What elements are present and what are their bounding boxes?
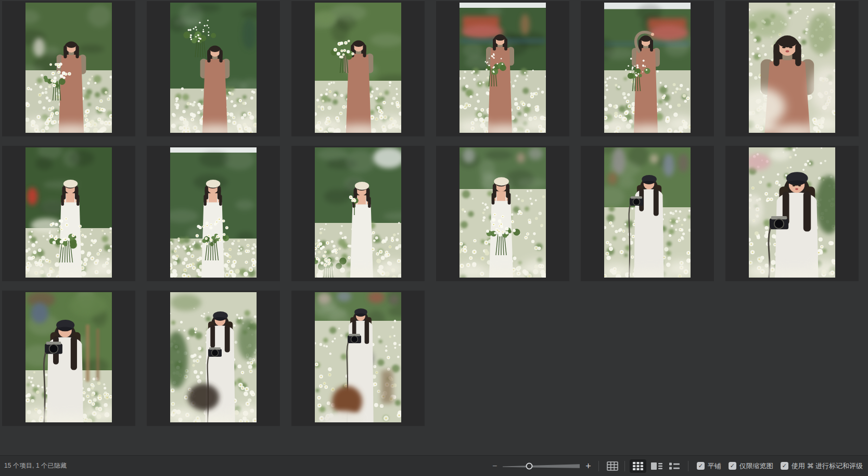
photo-cell[interactable] [436,1,569,136]
checkbox-check-icon[interactable]: ✓ [697,462,705,470]
view-mode-list-button[interactable] [667,460,682,472]
photo-thumbnail[interactable] [459,3,546,133]
checkbox-label: 平铺 [708,461,721,471]
photo-thumbnail[interactable] [315,3,401,133]
photo-image [315,3,401,133]
photo-image [170,3,257,133]
zoom-in-button[interactable]: + [584,461,592,471]
checkbox-tile[interactable]: ✓平铺 [697,461,721,471]
photo-thumbnail[interactable] [170,3,257,133]
photo-thumbnail[interactable] [25,3,112,133]
option-checkboxes: ✓平铺✓仅限缩览图✓使用 ⌘ 进行标记和评级 [697,461,863,471]
view-mode-grid-button[interactable] [605,460,620,472]
thumbnails-view-icon [633,462,643,470]
photo-cell[interactable] [2,291,135,426]
slider-track[interactable] [503,462,580,470]
photo-image [315,147,401,278]
statusbar-controls: − + ✓平铺✓仅限缩览图✓使用 ⌘ 进行标记和评级 [491,459,863,473]
checkbox-cmd-mark-rate[interactable]: ✓使用 ⌘ 进行标记和评级 [781,461,863,471]
photo-cell[interactable] [291,146,425,281]
view-mode-thumbnails-button[interactable] [630,459,646,473]
list-view-icon [669,462,680,470]
photo-cell[interactable] [2,1,135,136]
photo-image [604,147,691,278]
photo-image [459,3,546,133]
photo-image [604,3,691,133]
photo-cell[interactable] [581,146,714,281]
browser-content [0,0,868,455]
photo-thumbnail[interactable] [25,292,112,422]
photo-cell[interactable] [147,146,280,281]
photo-thumbnail[interactable] [749,147,835,278]
checkbox-label: 仅限缩览图 [739,461,773,471]
photo-image [749,3,835,133]
view-mode-content-button[interactable] [649,460,664,472]
photo-thumbnail[interactable] [749,3,835,133]
slider-knob[interactable] [526,462,532,469]
photo-thumbnail[interactable] [170,147,257,278]
photo-thumbnail[interactable] [315,292,401,422]
photo-cell[interactable] [581,1,714,136]
grid-view-icon [607,461,618,471]
checkbox-check-icon[interactable]: ✓ [781,462,788,470]
photo-thumbnail[interactable] [25,147,112,278]
photo-image [749,147,835,278]
photo-cell[interactable] [725,1,859,136]
photo-image [25,3,112,133]
photo-cell[interactable] [725,146,859,281]
photo-thumbnail[interactable] [604,3,691,133]
view-mode-switcher [605,459,682,473]
zoom-out-button[interactable]: − [491,462,498,470]
separator [688,461,688,471]
photo-cell[interactable] [2,146,135,281]
photo-thumbnail[interactable] [315,147,401,278]
checkbox-thumbnails-only[interactable]: ✓仅限缩览图 [729,461,773,471]
checkbox-check-icon[interactable]: ✓ [729,462,736,470]
photo-thumbnail[interactable] [604,147,691,278]
item-count-label: 15 个项目, 1 个已隐藏 [4,461,67,470]
photo-thumbnail[interactable] [170,292,257,422]
photo-image [170,147,257,278]
separator [624,461,625,471]
photo-cell[interactable] [291,1,425,136]
photo-cell[interactable] [291,291,425,426]
photo-image [25,292,112,422]
photo-image [25,147,112,278]
photo-image [459,147,546,278]
content-view-icon [651,462,662,470]
photo-browser-window: 15 个项目, 1 个已隐藏 − + ✓平铺✓仅限缩览图✓使用 ⌘ 进行标记和评… [0,0,868,476]
status-bar: 15 个项目, 1 个已隐藏 − + ✓平铺✓仅限缩览图✓使用 ⌘ 进行标记和评… [0,455,868,476]
checkbox-label: 使用 ⌘ 进行标记和评级 [792,461,863,471]
separator [598,461,599,471]
photo-image [315,292,401,422]
photo-image [170,292,257,422]
photo-cell[interactable] [436,146,569,281]
photo-cell[interactable] [147,291,280,426]
photo-thumbnail[interactable] [459,147,546,278]
thumbnail-size-slider[interactable] [503,462,580,470]
thumbnail-grid [2,1,859,426]
photo-cell[interactable] [147,1,280,136]
